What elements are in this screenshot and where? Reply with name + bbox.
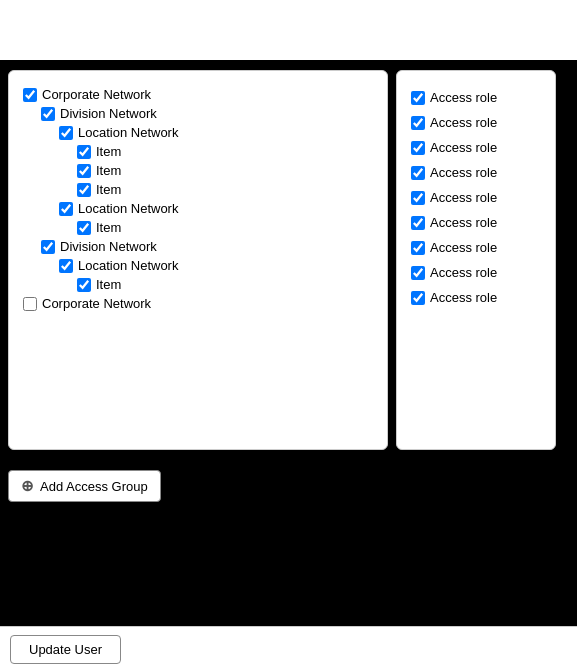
access-role-item: Access role (411, 112, 541, 133)
update-user-label: Update User (29, 642, 102, 657)
access-role-item: Access role (411, 212, 541, 233)
checkbox-role-5[interactable] (411, 191, 425, 205)
access-role-item: Access role (411, 137, 541, 158)
checkbox-div-net-2[interactable] (41, 240, 55, 254)
main-area: Corporate NetworkDivision NetworkLocatio… (0, 60, 577, 460)
access-role-item: Access role (411, 287, 541, 308)
label-role-4[interactable]: Access role (430, 165, 497, 180)
label-role-8[interactable]: Access role (430, 265, 497, 280)
bottom-area (0, 512, 577, 642)
add-access-group-button[interactable]: ⊕ Add Access Group (8, 470, 161, 502)
tree-item: Item (23, 220, 373, 235)
access-role-item: Access role (411, 237, 541, 258)
checkbox-role-4[interactable] (411, 166, 425, 180)
access-role-item: Access role (411, 262, 541, 283)
label-item-2[interactable]: Item (96, 163, 121, 178)
tree-item: Location Network (23, 201, 373, 216)
tree-item: Item (23, 182, 373, 197)
tree-item: Corporate Network (23, 296, 373, 311)
access-role-item: Access role (411, 87, 541, 108)
checkbox-item-4[interactable] (77, 221, 91, 235)
label-corp-net-2[interactable]: Corporate Network (42, 296, 151, 311)
label-item-5[interactable]: Item (96, 277, 121, 292)
tree-item: Location Network (23, 258, 373, 273)
checkbox-item-3[interactable] (77, 183, 91, 197)
checkbox-role-6[interactable] (411, 216, 425, 230)
label-item-4[interactable]: Item (96, 220, 121, 235)
right-panel: Access roleAccess roleAccess roleAccess … (396, 70, 556, 450)
checkbox-loc-net-3[interactable] (59, 259, 73, 273)
update-btn-row: Update User (0, 626, 577, 672)
checkbox-corp-net-2[interactable] (23, 297, 37, 311)
label-div-net-2[interactable]: Division Network (60, 239, 157, 254)
tree-item: Division Network (23, 106, 373, 121)
label-role-1[interactable]: Access role (430, 90, 497, 105)
checkbox-item-1[interactable] (77, 145, 91, 159)
label-role-7[interactable]: Access role (430, 240, 497, 255)
checkbox-role-7[interactable] (411, 241, 425, 255)
tree-item: Item (23, 277, 373, 292)
tree-item: Location Network (23, 125, 373, 140)
top-bar (0, 0, 577, 60)
checkbox-role-3[interactable] (411, 141, 425, 155)
checkbox-loc-net-2[interactable] (59, 202, 73, 216)
access-role-item: Access role (411, 187, 541, 208)
access-role-item: Access role (411, 162, 541, 183)
tree-item: Item (23, 163, 373, 178)
label-role-3[interactable]: Access role (430, 140, 497, 155)
label-loc-net-2[interactable]: Location Network (78, 201, 178, 216)
checkbox-loc-net-1[interactable] (59, 126, 73, 140)
label-role-2[interactable]: Access role (430, 115, 497, 130)
checkbox-role-2[interactable] (411, 116, 425, 130)
label-div-net-1[interactable]: Division Network (60, 106, 157, 121)
label-item-3[interactable]: Item (96, 182, 121, 197)
tree-item: Corporate Network (23, 87, 373, 102)
add-access-group-label: Add Access Group (40, 479, 148, 494)
checkbox-role-8[interactable] (411, 266, 425, 280)
checkbox-item-2[interactable] (77, 164, 91, 178)
checkbox-role-9[interactable] (411, 291, 425, 305)
checkbox-div-net-1[interactable] (41, 107, 55, 121)
tree-item: Item (23, 144, 373, 159)
button-row: ⊕ Add Access Group (0, 460, 577, 512)
label-role-6[interactable]: Access role (430, 215, 497, 230)
label-corp-net-1[interactable]: Corporate Network (42, 87, 151, 102)
checkbox-role-1[interactable] (411, 91, 425, 105)
label-role-9[interactable]: Access role (430, 290, 497, 305)
label-loc-net-1[interactable]: Location Network (78, 125, 178, 140)
checkbox-corp-net-1[interactable] (23, 88, 37, 102)
plus-icon: ⊕ (21, 477, 34, 495)
tree-item: Division Network (23, 239, 373, 254)
label-loc-net-3[interactable]: Location Network (78, 258, 178, 273)
update-user-button[interactable]: Update User (10, 635, 121, 664)
label-role-5[interactable]: Access role (430, 190, 497, 205)
label-item-1[interactable]: Item (96, 144, 121, 159)
left-panel: Corporate NetworkDivision NetworkLocatio… (8, 70, 388, 450)
checkbox-item-5[interactable] (77, 278, 91, 292)
